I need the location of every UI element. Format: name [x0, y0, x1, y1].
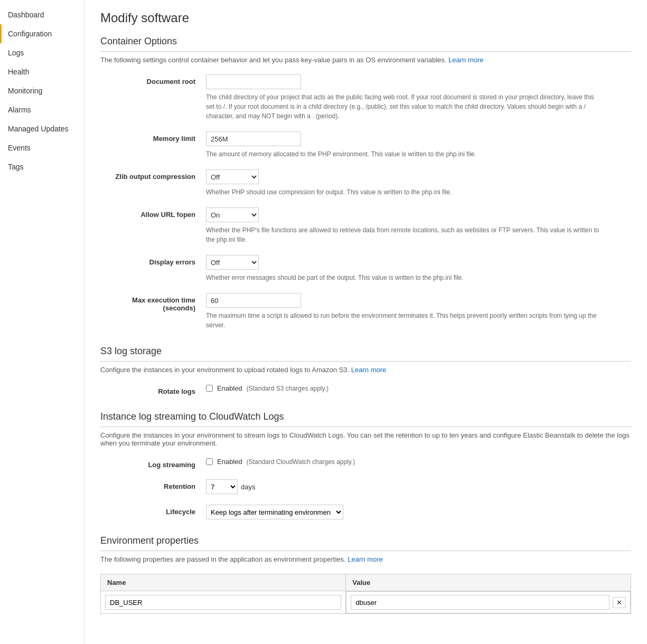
allow-url-fopen-hint: Whether the PHP's file functions are all…: [206, 225, 602, 244]
max-execution-time-row: Max execution time (seconds) The maximum…: [100, 293, 631, 330]
environment-properties-title: Environment properties: [100, 535, 631, 551]
max-execution-time-hint: The maximum time a script is allowed to …: [206, 311, 602, 330]
lifecycle-select[interactable]: Keep logs after terminating environmen D…: [206, 505, 343, 519]
retention-unit: days: [241, 483, 255, 491]
env-name-input[interactable]: [105, 595, 341, 610]
memory-limit-content: The amount of memory allocated to the PH…: [206, 131, 631, 159]
main-content: Modify software Container Options The fo…: [85, 0, 647, 644]
display-errors-label: Display errors: [100, 255, 206, 266]
allow-url-fopen-label: Allow URL fopen: [100, 207, 206, 219]
rotate-logs-charge: (Standard S3 charges apply.): [247, 385, 329, 392]
zlib-compression-label: Zlib output compression: [100, 169, 206, 181]
max-execution-time-label: Max execution time (seconds): [100, 293, 206, 312]
memory-limit-row: Memory limit The amount of memory alloca…: [100, 131, 631, 159]
instance-log-streaming-desc: Configure the instances in your environm…: [100, 431, 631, 447]
container-options-title: Container Options: [100, 36, 631, 52]
table-row: ✕: [101, 591, 631, 614]
zlib-compression-content: Off On Whether PHP should use compressio…: [206, 169, 631, 197]
environment-properties-table: Name Value ✕: [100, 574, 631, 614]
log-streaming-enabled-label: Enabled: [217, 458, 242, 466]
sidebar-item-events[interactable]: Events: [0, 138, 84, 157]
s3-log-storage-learn-more[interactable]: Learn more: [351, 366, 386, 374]
document-root-hint: The child directory of your project that…: [206, 92, 602, 121]
sidebar-item-managed-updates[interactable]: Managed Updates: [0, 119, 84, 138]
max-execution-time-input[interactable]: [206, 293, 301, 308]
allow-url-fopen-content: On Off Whether the PHP's file functions …: [206, 207, 631, 244]
instance-log-streaming-title: Instance log streaming to CloudWatch Log…: [100, 411, 631, 427]
log-streaming-checkbox-row: Enabled (Standard CloudWatch charges app…: [206, 458, 631, 466]
lifecycle-content: Keep logs after terminating environmen D…: [206, 505, 631, 519]
display-errors-row: Display errors Off On Whether error mess…: [100, 255, 631, 282]
env-delete-button[interactable]: ✕: [613, 597, 626, 608]
page-title: Modify software: [100, 11, 631, 25]
retention-row: Retention 1 3 5 7 14 30 days: [100, 479, 631, 494]
allow-url-fopen-select[interactable]: On Off: [206, 207, 259, 222]
lifecycle-label: Lifecycle: [100, 505, 206, 516]
memory-limit-hint: The amount of memory allocated to the PH…: [206, 149, 602, 159]
log-streaming-label: Log streaming: [100, 458, 206, 469]
retention-inline: 1 3 5 7 14 30 days: [206, 479, 631, 494]
s3-log-storage-section: S3 log storage Configure the instances i…: [100, 346, 631, 395]
document-root-row: Document root The child directory of you…: [100, 74, 631, 121]
environment-properties-desc: The following properties are passed in t…: [100, 555, 631, 563]
container-options-section: Container Options The following settings…: [100, 36, 631, 330]
memory-limit-label: Memory limit: [100, 131, 206, 143]
sidebar: Dashboard Configuration Logs Health Moni…: [0, 0, 85, 644]
env-table-header-value: Value: [346, 574, 631, 591]
s3-log-storage-title: S3 log storage: [100, 346, 631, 362]
display-errors-content: Off On Whether error messages should be …: [206, 255, 631, 282]
zlib-compression-hint: Whether PHP should use compression for o…: [206, 187, 602, 197]
display-errors-hint: Whether error messages should be part of…: [206, 273, 602, 282]
memory-limit-input[interactable]: [206, 131, 301, 146]
max-execution-time-content: The maximum time a script is allowed to …: [206, 293, 631, 330]
log-streaming-content: Enabled (Standard CloudWatch charges app…: [206, 458, 631, 466]
rotate-logs-enabled-label: Enabled: [217, 384, 242, 392]
zlib-compression-select[interactable]: Off On: [206, 169, 259, 184]
document-root-content: The child directory of your project that…: [206, 74, 631, 121]
environment-properties-learn-more[interactable]: Learn more: [348, 555, 382, 563]
container-options-desc: The following settings control container…: [100, 56, 631, 64]
env-value-input[interactable]: [351, 595, 610, 610]
zlib-compression-row: Zlib output compression Off On Whether P…: [100, 169, 631, 197]
rotate-logs-label: Rotate logs: [100, 384, 206, 395]
sidebar-item-configuration[interactable]: Configuration: [0, 24, 84, 43]
rotate-logs-content: Enabled (Standard S3 charges apply.): [206, 384, 631, 392]
log-streaming-checkbox[interactable]: [206, 458, 213, 465]
document-root-label: Document root: [100, 74, 206, 86]
document-root-input[interactable]: [206, 74, 301, 89]
env-value-cell: ✕: [346, 591, 631, 613]
log-streaming-row: Log streaming Enabled (Standard CloudWat…: [100, 458, 631, 469]
allow-url-fopen-row: Allow URL fopen On Off Whether the PHP's…: [100, 207, 631, 244]
instance-log-streaming-section: Instance log streaming to CloudWatch Log…: [100, 411, 631, 519]
s3-log-storage-desc: Configure the instances in your environm…: [100, 366, 631, 374]
lifecycle-row: Lifecycle Keep logs after terminating en…: [100, 505, 631, 519]
rotate-logs-row: Rotate logs Enabled (Standard S3 charges…: [100, 384, 631, 395]
sidebar-item-logs[interactable]: Logs: [0, 43, 84, 62]
environment-properties-section: Environment properties The following pro…: [100, 535, 631, 614]
sidebar-item-alarms[interactable]: Alarms: [0, 100, 84, 119]
retention-content: 1 3 5 7 14 30 days: [206, 479, 631, 494]
log-streaming-charge: (Standard CloudWatch charges apply.): [247, 458, 355, 466]
rotate-logs-checkbox-row: Enabled (Standard S3 charges apply.): [206, 384, 631, 392]
display-errors-select[interactable]: Off On: [206, 255, 259, 270]
sidebar-item-tags[interactable]: Tags: [0, 157, 84, 176]
rotate-logs-checkbox[interactable]: [206, 385, 213, 392]
sidebar-item-health[interactable]: Health: [0, 62, 84, 81]
retention-select[interactable]: 1 3 5 7 14 30: [206, 479, 238, 494]
env-name-cell: [101, 591, 346, 614]
sidebar-item-dashboard[interactable]: Dashboard: [0, 5, 84, 24]
container-options-learn-more[interactable]: Learn more: [448, 56, 483, 64]
retention-label: Retention: [100, 479, 206, 490]
env-table-header-name: Name: [101, 574, 346, 591]
sidebar-item-monitoring[interactable]: Monitoring: [0, 81, 84, 100]
